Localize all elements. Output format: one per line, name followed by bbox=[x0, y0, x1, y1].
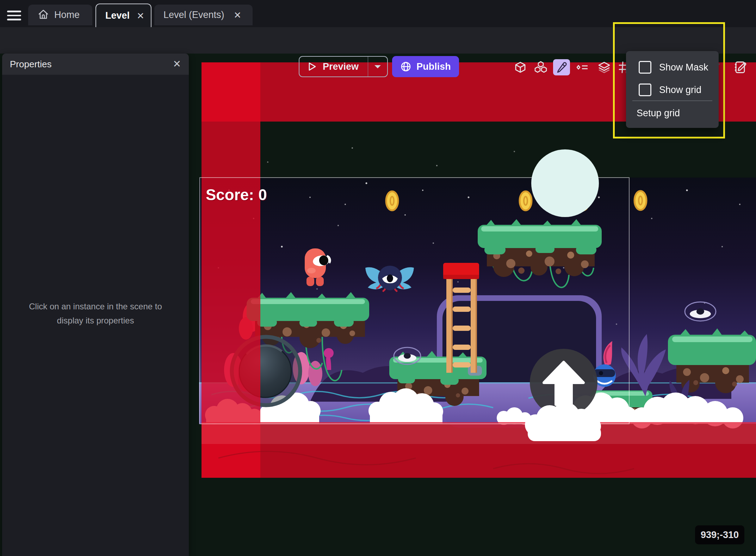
menu-item-show-mask[interactable]: Show Mask bbox=[626, 59, 719, 76]
toolbar: Preview Publish bbox=[0, 27, 756, 54]
show-mask-label: Show Mask bbox=[659, 62, 708, 73]
red-wall-left bbox=[202, 62, 260, 478]
cube-icon bbox=[514, 61, 527, 74]
layers-button[interactable] bbox=[596, 59, 612, 75]
show-grid-checkbox[interactable] bbox=[639, 84, 651, 96]
show-grid-label: Show grid bbox=[659, 85, 701, 95]
tab-level[interactable]: Level ✕ bbox=[95, 4, 151, 27]
edit-scene-notes-icon bbox=[734, 60, 748, 74]
house-icon bbox=[37, 8, 49, 22]
moon-instance[interactable] bbox=[531, 149, 599, 217]
instances-list-button[interactable] bbox=[574, 59, 590, 75]
objects-list-button[interactable] bbox=[533, 59, 549, 75]
properties-panel: Properties ✕ Click on an instance in the… bbox=[2, 54, 189, 556]
publish-button[interactable]: Publish bbox=[392, 56, 459, 77]
properties-empty-hint: Click on an instance in the scene to dis… bbox=[2, 299, 189, 328]
menu-item-setup-grid[interactable]: Setup grid bbox=[626, 105, 719, 122]
tab-bar: Home Level ✕ Level (Events) ✕ bbox=[0, 0, 756, 27]
menu-divider bbox=[632, 100, 712, 101]
close-icon[interactable]: ✕ bbox=[231, 10, 243, 20]
setup-grid-label: Setup grid bbox=[637, 108, 680, 119]
cursor-coordinates-badge: 939;-310 bbox=[695, 525, 744, 544]
preview-button-label: Preview bbox=[323, 61, 359, 72]
tab-level-events[interactable]: Level (Events) ✕ bbox=[154, 5, 253, 25]
menu-item-show-grid[interactable]: Show grid bbox=[626, 81, 719, 98]
grid-options-menu: Show Mask Show grid Setup grid bbox=[626, 51, 719, 128]
score-hud-text: Score: 0 bbox=[206, 186, 267, 203]
tab-level-label: Level bbox=[105, 10, 130, 21]
layers-icon bbox=[597, 61, 611, 74]
edit-tool-button-active[interactable] bbox=[553, 59, 570, 75]
red-wall-cloud-sheen bbox=[202, 422, 756, 444]
edit-scene-properties-button[interactable] bbox=[733, 59, 749, 75]
properties-panel-header: Properties ✕ bbox=[2, 54, 189, 75]
properties-panel-title: Properties bbox=[10, 59, 52, 70]
pencil-icon bbox=[556, 61, 568, 73]
objects-cubes-icon bbox=[534, 61, 547, 74]
tab-home[interactable]: Home bbox=[28, 5, 92, 25]
hamburger-menu-icon[interactable] bbox=[5, 8, 23, 23]
tab-home-label: Home bbox=[54, 10, 80, 20]
preview-options-caret[interactable] bbox=[368, 57, 387, 76]
instances-list-icon bbox=[576, 61, 589, 74]
play-icon bbox=[306, 61, 317, 72]
publish-button-label: Publish bbox=[416, 61, 451, 72]
show-mask-checkbox[interactable] bbox=[639, 61, 651, 74]
preview-button[interactable]: Preview bbox=[299, 56, 388, 77]
globe-icon bbox=[400, 61, 411, 72]
close-icon[interactable]: ✕ bbox=[173, 59, 181, 69]
chevron-down-icon bbox=[374, 64, 382, 69]
close-icon[interactable]: ✕ bbox=[135, 11, 147, 21]
tab-level-events-label: Level (Events) bbox=[163, 10, 224, 20]
bat-enemy-instance[interactable] bbox=[365, 266, 414, 291]
objects-3d-button[interactable] bbox=[512, 59, 528, 75]
